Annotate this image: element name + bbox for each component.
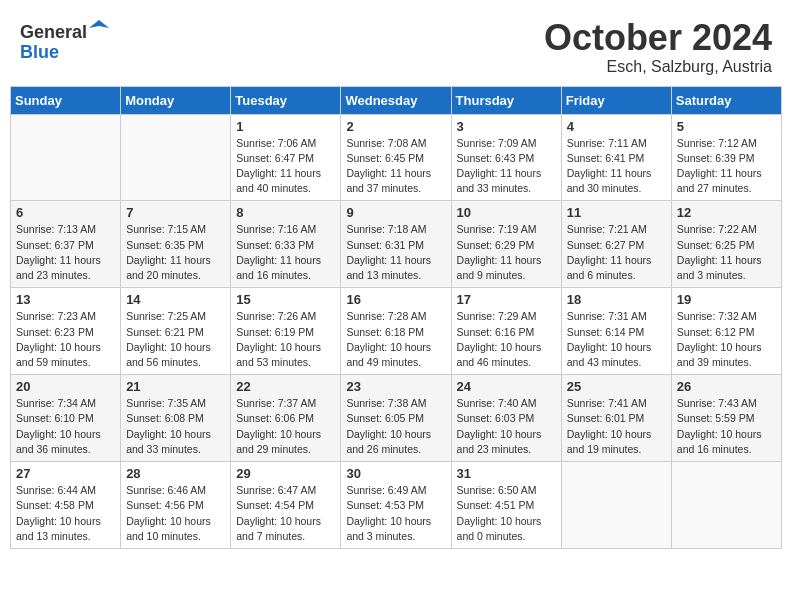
calendar-day-cell: 29Sunrise: 6:47 AMSunset: 4:54 PMDayligh… [231,462,341,549]
month-title: October 2024 [544,18,772,58]
calendar-day-cell: 9Sunrise: 7:18 AMSunset: 6:31 PMDaylight… [341,201,451,288]
day-number: 30 [346,466,445,481]
day-number: 25 [567,379,666,394]
day-info: Sunrise: 7:37 AMSunset: 6:06 PMDaylight:… [236,396,335,457]
day-info: Sunrise: 7:21 AMSunset: 6:27 PMDaylight:… [567,222,666,283]
day-info: Sunrise: 7:28 AMSunset: 6:18 PMDaylight:… [346,309,445,370]
calendar-day-cell [11,114,121,201]
calendar-day-cell [671,462,781,549]
day-number: 24 [457,379,556,394]
day-number: 2 [346,119,445,134]
day-info: Sunrise: 7:08 AMSunset: 6:45 PMDaylight:… [346,136,445,197]
day-info: Sunrise: 6:46 AMSunset: 4:56 PMDaylight:… [126,483,225,544]
day-info: Sunrise: 7:23 AMSunset: 6:23 PMDaylight:… [16,309,115,370]
day-info: Sunrise: 7:25 AMSunset: 6:21 PMDaylight:… [126,309,225,370]
day-info: Sunrise: 7:34 AMSunset: 6:10 PMDaylight:… [16,396,115,457]
day-number: 29 [236,466,335,481]
title-block: October 2024 Esch, Salzburg, Austria [544,18,772,76]
logo: General Blue [20,18,109,63]
calendar-day-cell: 3Sunrise: 7:09 AMSunset: 6:43 PMDaylight… [451,114,561,201]
calendar-day-cell: 19Sunrise: 7:32 AMSunset: 6:12 PMDayligh… [671,288,781,375]
calendar-day-cell: 11Sunrise: 7:21 AMSunset: 6:27 PMDayligh… [561,201,671,288]
calendar-day-cell: 25Sunrise: 7:41 AMSunset: 6:01 PMDayligh… [561,375,671,462]
calendar-day-cell: 23Sunrise: 7:38 AMSunset: 6:05 PMDayligh… [341,375,451,462]
day-info: Sunrise: 7:09 AMSunset: 6:43 PMDaylight:… [457,136,556,197]
day-number: 12 [677,205,776,220]
weekday-header-cell: Tuesday [231,86,341,114]
calendar-day-cell: 15Sunrise: 7:26 AMSunset: 6:19 PMDayligh… [231,288,341,375]
day-info: Sunrise: 7:13 AMSunset: 6:37 PMDaylight:… [16,222,115,283]
calendar-day-cell: 22Sunrise: 7:37 AMSunset: 6:06 PMDayligh… [231,375,341,462]
calendar-day-cell: 31Sunrise: 6:50 AMSunset: 4:51 PMDayligh… [451,462,561,549]
calendar-week-row: 27Sunrise: 6:44 AMSunset: 4:58 PMDayligh… [11,462,782,549]
day-number: 9 [346,205,445,220]
weekday-header-row: SundayMondayTuesdayWednesdayThursdayFrid… [11,86,782,114]
weekday-header-cell: Monday [121,86,231,114]
day-info: Sunrise: 7:15 AMSunset: 6:35 PMDaylight:… [126,222,225,283]
day-number: 15 [236,292,335,307]
calendar-day-cell: 24Sunrise: 7:40 AMSunset: 6:03 PMDayligh… [451,375,561,462]
calendar-day-cell: 20Sunrise: 7:34 AMSunset: 6:10 PMDayligh… [11,375,121,462]
day-info: Sunrise: 7:19 AMSunset: 6:29 PMDaylight:… [457,222,556,283]
day-number: 21 [126,379,225,394]
day-info: Sunrise: 7:22 AMSunset: 6:25 PMDaylight:… [677,222,776,283]
calendar-day-cell: 27Sunrise: 6:44 AMSunset: 4:58 PMDayligh… [11,462,121,549]
day-number: 6 [16,205,115,220]
day-number: 11 [567,205,666,220]
calendar-day-cell: 10Sunrise: 7:19 AMSunset: 6:29 PMDayligh… [451,201,561,288]
day-info: Sunrise: 7:40 AMSunset: 6:03 PMDaylight:… [457,396,556,457]
calendar-week-row: 20Sunrise: 7:34 AMSunset: 6:10 PMDayligh… [11,375,782,462]
day-info: Sunrise: 7:29 AMSunset: 6:16 PMDaylight:… [457,309,556,370]
calendar-week-row: 6Sunrise: 7:13 AMSunset: 6:37 PMDaylight… [11,201,782,288]
day-number: 26 [677,379,776,394]
logo-bird-icon [89,18,109,38]
calendar-day-cell: 12Sunrise: 7:22 AMSunset: 6:25 PMDayligh… [671,201,781,288]
day-number: 23 [346,379,445,394]
calendar-day-cell: 6Sunrise: 7:13 AMSunset: 6:37 PMDaylight… [11,201,121,288]
calendar-day-cell: 2Sunrise: 7:08 AMSunset: 6:45 PMDaylight… [341,114,451,201]
day-number: 22 [236,379,335,394]
day-number: 20 [16,379,115,394]
day-info: Sunrise: 6:44 AMSunset: 4:58 PMDaylight:… [16,483,115,544]
day-number: 28 [126,466,225,481]
day-number: 31 [457,466,556,481]
calendar-table: SundayMondayTuesdayWednesdayThursdayFrid… [10,86,782,549]
logo-general: General [20,22,87,42]
calendar-day-cell: 16Sunrise: 7:28 AMSunset: 6:18 PMDayligh… [341,288,451,375]
calendar-day-cell: 18Sunrise: 7:31 AMSunset: 6:14 PMDayligh… [561,288,671,375]
day-number: 4 [567,119,666,134]
weekday-header-cell: Sunday [11,86,121,114]
day-info: Sunrise: 7:43 AMSunset: 5:59 PMDaylight:… [677,396,776,457]
weekday-header-cell: Thursday [451,86,561,114]
day-number: 27 [16,466,115,481]
calendar-day-cell: 7Sunrise: 7:15 AMSunset: 6:35 PMDaylight… [121,201,231,288]
day-number: 14 [126,292,225,307]
calendar-day-cell: 4Sunrise: 7:11 AMSunset: 6:41 PMDaylight… [561,114,671,201]
location-title: Esch, Salzburg, Austria [544,58,772,76]
day-info: Sunrise: 6:49 AMSunset: 4:53 PMDaylight:… [346,483,445,544]
day-info: Sunrise: 6:47 AMSunset: 4:54 PMDaylight:… [236,483,335,544]
calendar-week-row: 1Sunrise: 7:06 AMSunset: 6:47 PMDaylight… [11,114,782,201]
day-info: Sunrise: 7:35 AMSunset: 6:08 PMDaylight:… [126,396,225,457]
page-header: General Blue October 2024 Esch, Salzburg… [10,10,782,80]
calendar-day-cell [121,114,231,201]
day-info: Sunrise: 7:11 AMSunset: 6:41 PMDaylight:… [567,136,666,197]
calendar-day-cell: 28Sunrise: 6:46 AMSunset: 4:56 PMDayligh… [121,462,231,549]
day-info: Sunrise: 7:26 AMSunset: 6:19 PMDaylight:… [236,309,335,370]
day-info: Sunrise: 7:41 AMSunset: 6:01 PMDaylight:… [567,396,666,457]
calendar-day-cell [561,462,671,549]
calendar-day-cell: 1Sunrise: 7:06 AMSunset: 6:47 PMDaylight… [231,114,341,201]
calendar-day-cell: 21Sunrise: 7:35 AMSunset: 6:08 PMDayligh… [121,375,231,462]
calendar-body: 1Sunrise: 7:06 AMSunset: 6:47 PMDaylight… [11,114,782,548]
day-number: 18 [567,292,666,307]
weekday-header-cell: Saturday [671,86,781,114]
day-number: 10 [457,205,556,220]
calendar-day-cell: 17Sunrise: 7:29 AMSunset: 6:16 PMDayligh… [451,288,561,375]
day-info: Sunrise: 7:18 AMSunset: 6:31 PMDaylight:… [346,222,445,283]
day-number: 13 [16,292,115,307]
day-number: 3 [457,119,556,134]
day-number: 19 [677,292,776,307]
day-info: Sunrise: 7:31 AMSunset: 6:14 PMDaylight:… [567,309,666,370]
calendar-day-cell: 8Sunrise: 7:16 AMSunset: 6:33 PMDaylight… [231,201,341,288]
svg-marker-0 [89,20,109,28]
